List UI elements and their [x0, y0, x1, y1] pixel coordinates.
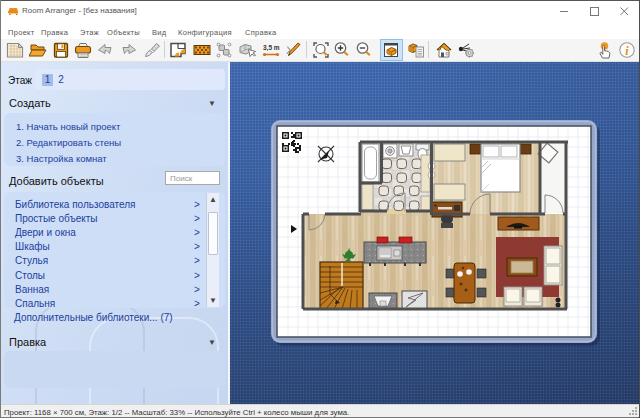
svg-text:3,5 m: 3,5 m: [263, 44, 280, 52]
